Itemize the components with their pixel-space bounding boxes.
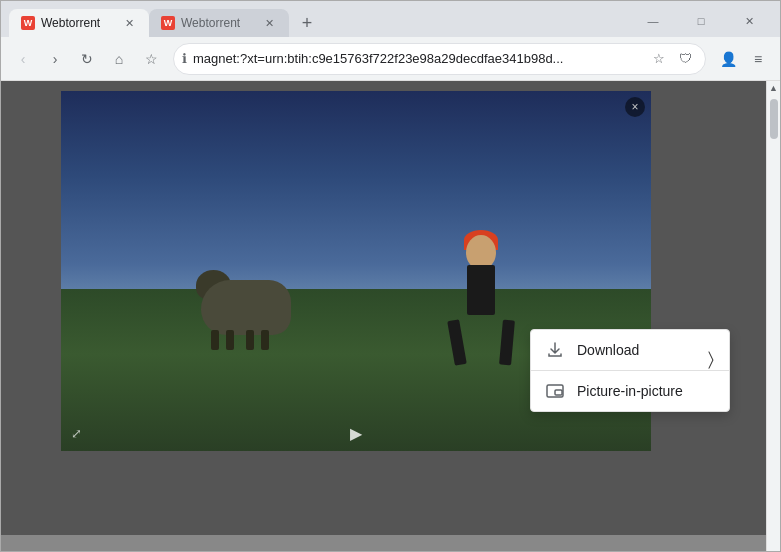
- tab-active[interactable]: W Webtorrent ✕: [9, 9, 149, 37]
- scroll-up-arrow[interactable]: ▲: [767, 81, 781, 95]
- menu-button[interactable]: ≡: [744, 45, 772, 73]
- window-controls: — □ ✕: [630, 9, 772, 37]
- url-display: magnet:?xt=urn:btih:c9e15763f722f23e98a2…: [193, 51, 641, 66]
- sheep-figure: [191, 260, 311, 350]
- play-icon[interactable]: ▶: [350, 424, 362, 443]
- char-leg-1: [447, 319, 467, 365]
- context-menu: Download Picture-in-picture: [530, 329, 730, 412]
- omnibox-icons: ☆ 🛡: [647, 47, 697, 71]
- close-button[interactable]: ✕: [726, 9, 772, 33]
- sheep-leg-3: [246, 330, 254, 350]
- context-menu-download[interactable]: Download: [531, 330, 729, 370]
- reload-button[interactable]: ↻: [73, 45, 101, 73]
- browser-window: W Webtorrent ✕ W Webtorrent ✕ + — □ ✕ ‹ …: [0, 0, 781, 552]
- toolbar: ‹ › ↻ ⌂ ☆ ℹ magnet:?xt=urn:btih:c9e15763…: [1, 37, 780, 81]
- tab-close-active[interactable]: ✕: [121, 15, 137, 31]
- tab-favicon-active: W: [21, 16, 35, 30]
- download-label: Download: [577, 342, 639, 358]
- fullscreen-icon[interactable]: ⤢: [71, 426, 82, 441]
- shield-icon[interactable]: 🛡: [673, 47, 697, 71]
- pip-label: Picture-in-picture: [577, 383, 683, 399]
- char-leg-2: [499, 319, 515, 365]
- video-close-button[interactable]: ×: [625, 97, 645, 117]
- maximize-button[interactable]: □: [678, 9, 724, 33]
- title-bar: W Webtorrent ✕ W Webtorrent ✕ + — □ ✕: [1, 1, 780, 37]
- download-icon: [545, 340, 565, 360]
- forward-button[interactable]: ›: [41, 45, 69, 73]
- context-menu-pip[interactable]: Picture-in-picture: [531, 371, 729, 411]
- bookmark-button[interactable]: ☆: [137, 45, 165, 73]
- tab-inactive[interactable]: W Webtorrent ✕: [149, 9, 289, 37]
- toolbar-right: 👤 ≡: [714, 45, 772, 73]
- tab-title-inactive: Webtorrent: [181, 16, 255, 30]
- scroll-v-thumb[interactable]: [770, 99, 778, 139]
- home-button[interactable]: ⌂: [105, 45, 133, 73]
- page-content: ⤢ ▶ × Download: [1, 81, 780, 551]
- sheep-body: [201, 280, 291, 335]
- tab-close-inactive[interactable]: ✕: [261, 15, 277, 31]
- account-button[interactable]: 👤: [714, 45, 742, 73]
- back-button[interactable]: ‹: [9, 45, 37, 73]
- star-icon[interactable]: ☆: [647, 47, 671, 71]
- sky: [61, 91, 651, 307]
- char-body: [467, 265, 495, 315]
- omnibox[interactable]: ℹ magnet:?xt=urn:btih:c9e15763f722f23e98…: [173, 43, 706, 75]
- pip-icon: [545, 381, 565, 401]
- tab-title-active: Webtorrent: [41, 16, 115, 30]
- sheep-leg-2: [226, 330, 234, 350]
- sheep-leg-1: [211, 330, 219, 350]
- character-figure: [441, 235, 521, 365]
- minimize-button[interactable]: —: [630, 9, 676, 33]
- svg-rect-1: [555, 390, 562, 395]
- security-icon: ℹ: [182, 51, 187, 66]
- tab-favicon-inactive: W: [161, 16, 175, 30]
- new-tab-button[interactable]: +: [293, 9, 321, 37]
- scrollbar-vertical[interactable]: ▲: [766, 81, 780, 551]
- sheep-leg-4: [261, 330, 269, 350]
